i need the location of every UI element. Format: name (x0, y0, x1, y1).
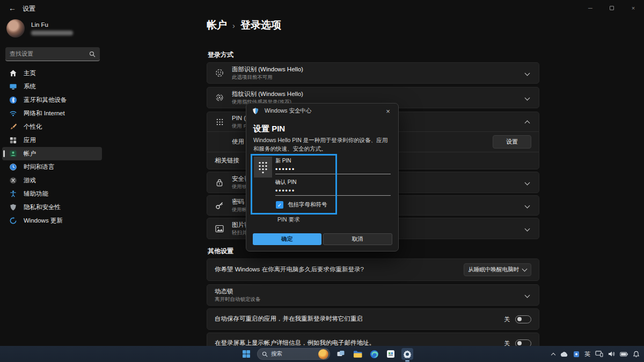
onedrive-cloud-icon[interactable] (560, 351, 568, 357)
system-icon (9, 83, 17, 91)
sidebar-item-windows-update[interactable]: Windows 更新 (2, 214, 102, 227)
row-subtitle: 离开时自动锁定设备 (215, 296, 518, 302)
settings-search-input[interactable]: 查找设置 (5, 47, 100, 61)
relogin-dropdown[interactable]: 从睡眠中唤醒电脑时 (464, 263, 532, 276)
sidebar-item-label: 系统 (24, 83, 36, 91)
chevron-down-icon[interactable] (525, 180, 530, 185)
profile[interactable]: Lin Fu (6, 19, 73, 38)
confirm-pin-input[interactable]: •••••• (275, 187, 391, 196)
sidebar-item-system[interactable]: 系统 (2, 80, 102, 93)
section-additional-settings: 其他设置 (208, 247, 233, 256)
page-title: 登录选项 (240, 18, 281, 32)
taskbar-search[interactable]: 搜索 (257, 348, 330, 360)
row-text: 自动保存可重启的应用，并在我重新登录时将它们重启 (215, 315, 496, 323)
sidebar-item-gaming[interactable]: 游戏 (2, 174, 102, 187)
search-placeholder: 查找设置 (10, 50, 89, 58)
row-title: 指纹识别 (Windows Hello) (232, 90, 518, 99)
sidebar-item-home[interactable]: 主页 (2, 67, 102, 80)
sidebar: Lin Fu 查找设置 主页 系统 蓝牙和其他设备 (0, 16, 105, 346)
sidebar-item-personalization[interactable]: 个性化 (2, 120, 102, 134)
chevron-down-icon[interactable] (525, 95, 530, 100)
store-app-button[interactable] (385, 348, 397, 360)
network-icon[interactable] (595, 351, 603, 357)
profile-email-blurred (31, 31, 73, 35)
pin-requirements-link[interactable]: PIN 要求 (277, 216, 299, 224)
shield-icon (9, 203, 17, 212)
taskbar: 搜索 (0, 346, 644, 362)
sidebar-item-label: 辅助功能 (24, 190, 48, 198)
dialog-titlebar: Windows 安全中心 × (246, 104, 398, 119)
row-facial-recognition[interactable]: 面部识别 (Windows Hello) 此选项目前不可用 (207, 62, 539, 84)
related-links-label: 相关链接 (215, 157, 239, 165)
edge-browser-button[interactable] (368, 348, 380, 360)
checkbox-label: 包括字母和符号 (288, 201, 327, 209)
dialog-title: Windows 安全中心 (265, 107, 378, 115)
checkbox-checked-icon[interactable]: ✓ (276, 201, 283, 209)
chevron-up-icon[interactable] (525, 120, 530, 125)
start-button[interactable] (240, 348, 252, 360)
minimize-button[interactable]: ─ (580, 0, 601, 16)
chevron-down-icon[interactable] (525, 70, 530, 76)
profile-name: Lin Fu (31, 21, 73, 28)
sidebar-item-label: 主页 (24, 69, 36, 77)
dialog-close-icon[interactable]: × (383, 107, 393, 115)
back-button[interactable]: ← (6, 3, 18, 13)
close-button[interactable]: × (623, 0, 644, 16)
settings-window: ← 设置 ─ × Lin Fu 查找设置 主页 (0, 0, 644, 362)
accounts-icon (9, 150, 17, 158)
pin-keypad-icon (215, 118, 224, 126)
sidebar-item-accounts[interactable]: 帐户 (2, 147, 102, 160)
taskbar-search-placeholder: 搜索 (271, 350, 315, 358)
search-highlight-image[interactable] (318, 349, 328, 359)
toggle-state-label: 关 (504, 315, 510, 323)
settings-app-button[interactable] (401, 348, 413, 360)
cancel-button[interactable]: 取消 (323, 233, 393, 245)
sidebar-item-network[interactable]: 网络和 Internet (2, 107, 102, 120)
battery-icon[interactable] (620, 352, 628, 357)
row-title: 面部识别 (Windows Hello) (232, 65, 518, 74)
tray-overflow-chevron-icon[interactable] (552, 352, 555, 357)
search-icon (89, 51, 96, 57)
search-icon (262, 351, 268, 357)
task-view-button[interactable] (335, 348, 347, 360)
avatar (6, 19, 25, 38)
notification-bell-icon[interactable] (633, 351, 640, 358)
paintbrush-icon (9, 123, 17, 131)
ok-button[interactable]: 确定 (253, 233, 321, 245)
app-title: 设置 (23, 4, 35, 13)
row-title: 动态锁 (215, 287, 518, 296)
file-explorer-button[interactable] (352, 348, 363, 360)
breadcrumb-parent[interactable]: 帐户 (207, 18, 227, 32)
sidebar-item-label: 个性化 (24, 123, 42, 131)
confirm-pin-label: 确认 PIN (275, 179, 391, 186)
relogin-question: 你希望 Windows 在你离开电脑多久后要求你重新登录? (215, 265, 456, 274)
confirm-pin-field-group: 确认 PIN •••••• (275, 179, 391, 196)
row-dynamic-lock[interactable]: 动态锁 离开时自动锁定设备 (207, 284, 539, 306)
windows-security-dialog: Windows 安全中心 × 设置 PIN Windows Hello PIN … (246, 103, 399, 252)
chevron-down-icon[interactable] (525, 226, 530, 231)
restartable-apps-toggle[interactable] (515, 315, 531, 323)
sidebar-item-apps[interactable]: 应用 (2, 134, 102, 147)
face-icon (215, 69, 224, 77)
ime-language-badge[interactable]: 英 (584, 350, 590, 358)
new-pin-input[interactable]: •••••• (275, 166, 391, 174)
sidebar-item-time-language[interactable]: 时间和语言 (2, 160, 102, 174)
volume-icon[interactable] (608, 351, 615, 357)
apps-icon (9, 136, 17, 145)
sidebar-item-privacy[interactable]: 隐私和安全性 (2, 201, 102, 214)
chevron-down-icon[interactable] (525, 203, 530, 208)
include-letters-symbols-row: ✓ 包括字母和符号 (276, 201, 327, 209)
chevron-down-icon (522, 267, 528, 272)
breadcrumb-separator-icon: › (232, 21, 235, 30)
sidebar-item-label: Windows 更新 (24, 217, 63, 225)
security-tray-icon[interactable] (573, 351, 580, 358)
pin-setup-button[interactable]: 设置 (493, 135, 531, 149)
maximize-button[interactable] (601, 0, 623, 16)
chevron-down-icon[interactable] (525, 292, 530, 298)
row-relogin-timeout: 你希望 Windows 在你离开电脑多久后要求你重新登录? 从睡眠中唤醒电脑时 (207, 258, 539, 281)
sidebar-item-accessibility[interactable]: 辅助功能 (2, 187, 102, 201)
new-pin-label: 新 PIN (275, 157, 391, 165)
sidebar-item-bluetooth-devices[interactable]: 蓝牙和其他设备 (2, 93, 102, 107)
update-icon (9, 217, 17, 225)
accessibility-icon (9, 190, 17, 198)
